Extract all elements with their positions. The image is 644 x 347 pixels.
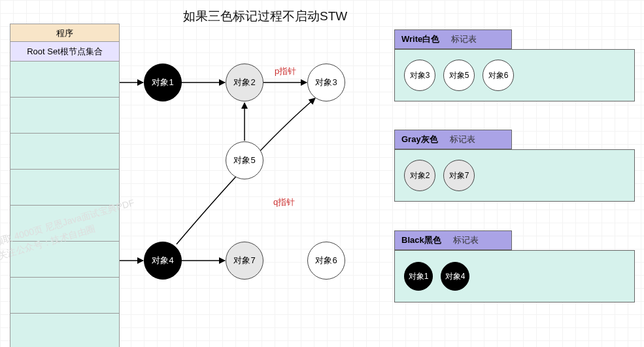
gray-table-body: 对象2 对象7 — [394, 149, 635, 202]
program-header: 程序 — [10, 24, 120, 42]
white-item: 对象3 — [404, 60, 435, 91]
white-table-name: Write白色 — [401, 33, 439, 45]
rootset-slot — [10, 134, 120, 170]
white-table-header: Write白色 标记表 — [394, 29, 512, 49]
black-table-body: 对象1 对象4 — [394, 250, 635, 302]
gray-item: 对象7 — [443, 160, 475, 191]
node-obj3: 对象3 — [307, 64, 345, 101]
rootset-slot — [10, 242, 120, 278]
gray-item: 对象2 — [404, 160, 435, 191]
gray-table-header: Gray灰色 标记表 — [394, 130, 512, 149]
black-table-label: 标记表 — [453, 234, 479, 246]
rootset-slot — [10, 98, 120, 134]
rootset-slot — [10, 170, 120, 206]
black-table-header: Black黑色 标记表 — [394, 230, 512, 250]
node-obj6: 对象6 — [307, 242, 345, 280]
white-item: 对象6 — [483, 60, 514, 91]
diagram-title: 如果三色标记过程不启动STW — [183, 8, 347, 25]
gray-table-panel: Gray灰色 标记表 对象2 对象7 — [394, 130, 635, 202]
rootset-slot — [10, 278, 120, 314]
rootset-slot — [10, 314, 120, 347]
rootset-slot — [10, 62, 120, 98]
black-item: 对象1 — [404, 262, 433, 291]
pointer-p-label: p指针 — [275, 65, 296, 77]
node-obj7: 对象7 — [226, 242, 263, 280]
black-table-name: Black黑色 — [401, 234, 441, 246]
gray-table-label: 标记表 — [450, 134, 475, 145]
rootset-slot — [10, 206, 120, 242]
black-item: 对象4 — [441, 262, 469, 291]
white-table-label: 标记表 — [451, 33, 477, 45]
pointer-q-label: q指针 — [273, 196, 295, 208]
node-obj2: 对象2 — [226, 64, 263, 101]
white-table-body: 对象3 对象5 对象6 — [394, 49, 635, 101]
node-obj1: 对象1 — [144, 64, 182, 101]
root-set-column: 程序 Root Set根节点集合 — [10, 24, 120, 347]
rootset-header: Root Set根节点集合 — [10, 42, 120, 62]
white-table-panel: Write白色 标记表 对象3 对象5 对象6 — [394, 29, 635, 101]
white-item: 对象5 — [443, 60, 475, 91]
black-table-panel: Black黑色 标记表 对象1 对象4 — [394, 230, 635, 302]
gray-table-name: Gray灰色 — [401, 134, 438, 145]
node-obj5: 对象5 — [226, 141, 263, 179]
node-obj4: 对象4 — [144, 242, 182, 280]
